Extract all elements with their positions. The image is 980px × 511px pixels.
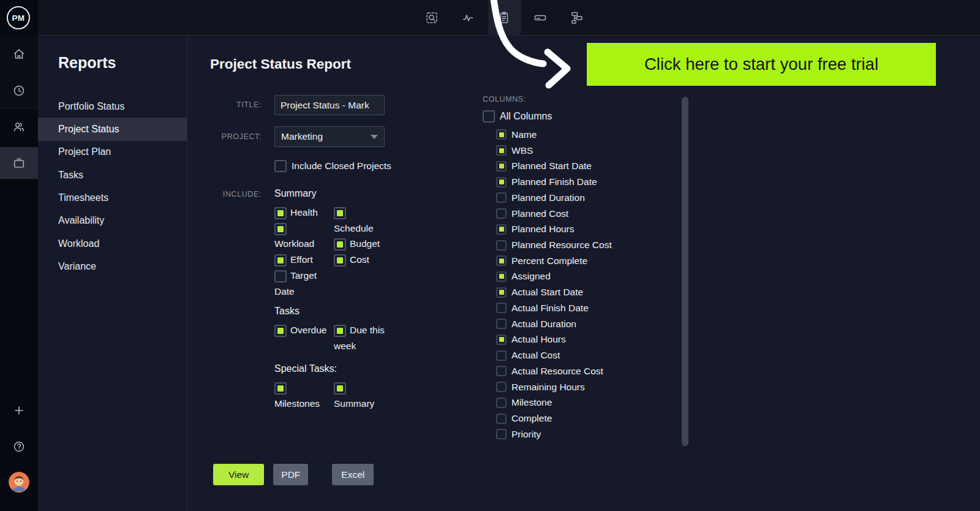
column-checkbox-item[interactable]: WBS	[496, 143, 685, 159]
summary-checkbox-item[interactable]: Target Date	[274, 268, 334, 299]
help-icon[interactable]	[12, 440, 26, 453]
column-checkbox-item[interactable]: Priority	[496, 426, 685, 442]
summary-heading: Summary	[274, 186, 418, 201]
reports-title: Reports	[58, 54, 116, 72]
chevron-down-icon	[371, 135, 378, 139]
special-checkbox-item[interactable]: Summary	[334, 380, 413, 411]
checkbox	[274, 207, 287, 219]
report-nav-item[interactable]: Timesheets	[38, 186, 187, 209]
report-action-button[interactable]: Excel	[332, 464, 374, 485]
report-action-button[interactable]: PDF	[273, 464, 308, 485]
column-checkbox-item[interactable]: Actual Hours	[496, 332, 685, 348]
checkbox	[334, 325, 346, 337]
special-tasks-heading: Special Tasks:	[274, 361, 418, 376]
columns-label: COLUMNS:	[483, 95, 685, 104]
all-columns-checkbox[interactable]: All Columns	[483, 110, 685, 123]
activity-icon[interactable]	[461, 10, 475, 25]
pm-logo[interactable]: PM	[7, 6, 30, 29]
all-columns-label: All Columns	[500, 111, 552, 122]
summary-checkbox-item[interactable]: Budget	[334, 236, 413, 252]
column-checkbox-item[interactable]: Actual Finish Date	[496, 300, 685, 316]
checkbox	[274, 254, 287, 267]
column-checkbox-item[interactable]: Planned Finish Date	[496, 174, 685, 190]
checkbox	[496, 335, 507, 345]
column-checkbox-item[interactable]: Actual Resource Cost	[496, 363, 685, 379]
checkbox	[496, 129, 507, 140]
tasks-checkbox-item[interactable]: Overdue	[274, 322, 334, 338]
team-icon[interactable]	[12, 120, 26, 134]
checkbox	[496, 255, 507, 266]
checkbox	[496, 240, 507, 251]
report-nav-item[interactable]: Variance	[38, 255, 187, 278]
report-nav-item[interactable]: Availability	[38, 210, 187, 232]
checkbox	[496, 161, 507, 172]
toolbar-icon[interactable]	[533, 10, 548, 25]
selection-search-icon[interactable]	[424, 10, 439, 25]
tasks-checkbox-item[interactable]: Due this week	[334, 322, 413, 354]
checkbox	[496, 177, 507, 187]
summary-checkbox-item[interactable]: Effort	[274, 252, 334, 268]
page-title: Project Status Report	[210, 56, 351, 72]
report-nav-item[interactable]: Workload	[38, 232, 187, 255]
checkbox	[274, 223, 287, 235]
user-avatar[interactable]	[9, 472, 29, 493]
rail-section-block	[0, 36, 38, 108]
report-actions: ViewPDFExcel	[213, 464, 374, 485]
app-window: PM	[0, 0, 980, 511]
report-action-button[interactable]: View	[213, 464, 264, 485]
checkbox	[496, 145, 507, 156]
column-checkbox-item[interactable]: Actual Duration	[496, 316, 685, 332]
checkbox	[496, 429, 507, 439]
reports-list: Portfolio Status Project Status Project …	[38, 95, 187, 278]
checkbox	[496, 287, 507, 298]
special-checkbox-item[interactable]: Milestones	[274, 380, 334, 411]
report-nav-item[interactable]: Project Plan	[38, 141, 187, 164]
column-checkbox-item[interactable]: Planned Hours	[496, 221, 685, 237]
vertical-scrollbar-thumb[interactable]	[682, 97, 688, 446]
column-checkbox-item[interactable]: Name	[496, 127, 685, 143]
report-title-input[interactable]	[274, 95, 385, 115]
column-checkbox-item[interactable]: Milestone	[496, 395, 685, 411]
free-trial-banner-text: Click here to start your free trial	[644, 55, 878, 74]
column-checkbox-item[interactable]: Remaining Hours	[496, 379, 685, 395]
column-checkbox-item[interactable]: Planned Cost	[496, 206, 685, 222]
topbar	[0, 0, 980, 36]
column-checkbox-item[interactable]: Complete	[496, 411, 685, 426]
column-checkbox-item[interactable]: Planned Resource Cost	[496, 237, 685, 253]
summary-section: Summary Health WorkloadEffortTarget Date…	[274, 186, 418, 299]
report-nav-item[interactable]: Portfolio Status	[38, 95, 187, 118]
summary-checkbox-item[interactable]: Health	[274, 205, 334, 221]
checkbox	[496, 271, 507, 282]
title-label: TITLE:	[202, 100, 262, 109]
project-dropdown[interactable]: Marketing	[274, 126, 385, 147]
checkbox	[496, 414, 507, 424]
home-icon[interactable]	[12, 47, 26, 61]
briefcase-icon[interactable]	[12, 156, 26, 170]
report-nav-item[interactable]: Tasks	[38, 164, 187, 186]
summary-checkbox-item[interactable]: Schedule	[334, 205, 413, 236]
column-checkbox-item[interactable]: Planned Duration	[496, 190, 685, 206]
column-checkbox-item[interactable]: Actual Start Date	[496, 284, 685, 300]
checkbox	[496, 224, 507, 235]
checkbox	[496, 366, 507, 376]
checkbox	[334, 382, 346, 395]
clock-icon[interactable]	[12, 84, 26, 97]
include-label: INCLUDE:	[202, 190, 262, 199]
include-closed-projects-checkbox[interactable]: Include Closed Projects	[274, 160, 391, 172]
column-checkbox-item[interactable]: Percent Complete	[496, 253, 685, 269]
column-checkbox-item[interactable]: Assigned	[496, 269, 685, 285]
free-trial-banner[interactable]: Click here to start your free trial	[587, 43, 936, 86]
column-checkbox-item[interactable]: Planned Start Date	[496, 158, 685, 174]
special-tasks-section: Special Tasks: Milestones Summary	[274, 361, 418, 411]
column-checkbox-item[interactable]: Actual Cost	[496, 347, 685, 363]
summary-checkbox-item[interactable]: Cost	[334, 252, 413, 268]
project-dropdown-value: Marketing	[281, 131, 323, 142]
add-icon[interactable]	[12, 404, 26, 417]
summary-checkbox-item[interactable]: Workload	[274, 221, 334, 252]
include-closed-projects-label: Include Closed Projects	[292, 161, 391, 172]
sitemap-icon[interactable]	[569, 10, 584, 25]
checkbox	[274, 160, 287, 172]
topbar-icons	[424, 10, 584, 25]
report-nav-item[interactable]: Project Status	[38, 118, 187, 140]
clipboard-report-icon[interactable]	[497, 10, 511, 25]
